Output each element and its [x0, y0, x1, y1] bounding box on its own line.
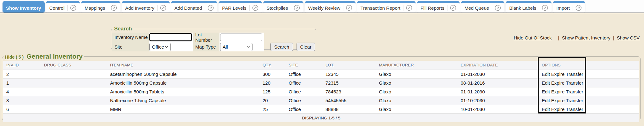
tab-label: Import [556, 5, 570, 11]
tab-fill-reports[interactable]: Fill Reports [417, 1, 460, 13]
transfer-link[interactable]: Transfer [566, 107, 583, 112]
external-link-icon [205, 5, 214, 11]
cell-lot: 784523 [322, 87, 376, 96]
external-link-icon [539, 5, 548, 11]
edit-link[interactable]: Edit [542, 89, 550, 94]
cell-site: Office [286, 87, 322, 96]
tab-add-donated[interactable]: Add Donated [171, 1, 218, 13]
tab-label: Add Donated [175, 5, 202, 11]
hide-out-of-stock-link[interactable]: Hide Out Of Stock [514, 35, 552, 40]
expire-link[interactable]: Expire [551, 89, 565, 94]
column-header-label[interactable]: MANUFACTURER [379, 63, 414, 67]
transfer-link[interactable]: Transfer [566, 80, 583, 86]
external-link-icon [573, 5, 582, 11]
tab-label: Transaction Report [360, 5, 400, 11]
cell-item-name: Amoxicillin 500mg Tablets [107, 87, 259, 96]
site-select[interactable]: Office [149, 43, 171, 51]
cell-filler [587, 96, 639, 105]
tab-stockpiles[interactable]: Stockpiles [263, 1, 303, 13]
cell-options: EditExpireTransfer [539, 87, 587, 96]
lot-number-input[interactable] [220, 34, 262, 41]
section-title: General Inventory [26, 53, 83, 60]
edit-link[interactable]: Edit [542, 107, 550, 112]
show-csv-link[interactable]: Show CSV [617, 35, 640, 40]
column-header-item-name: ITEM NAME [107, 61, 259, 70]
edit-link[interactable]: Edit [542, 98, 550, 103]
cell-qty: 120 [259, 78, 286, 87]
transfer-link[interactable]: Transfer [566, 98, 583, 103]
column-header-label[interactable]: ITEM NAME [110, 63, 133, 67]
column-header-label[interactable]: SITE [289, 63, 298, 67]
column-header-label[interactable]: INV ID [6, 63, 19, 67]
tab-med-queue[interactable]: Med Queue [461, 1, 504, 13]
tab-label: Med Queue [464, 5, 489, 11]
transfer-link[interactable]: Transfer [566, 89, 583, 94]
cell-drug-class [41, 105, 107, 113]
edit-link[interactable]: Edit [542, 80, 550, 86]
cell-lot: 54545555 [322, 96, 376, 105]
column-header-site: SITE [286, 61, 322, 70]
site-label: Site [112, 42, 149, 51]
external-link-icon [108, 5, 117, 11]
tab-par-levels[interactable]: PAR Levels [219, 1, 262, 13]
tab-label: Control [49, 5, 64, 11]
expire-link[interactable]: Expire [551, 98, 565, 103]
cell-item-name: Naltrexone 1.5mg Capsule [107, 96, 259, 105]
column-header-label[interactable]: LOT [325, 63, 334, 67]
external-link-icon [157, 5, 166, 11]
expire-link[interactable]: Expire [551, 107, 565, 112]
tab-label: Show Inventory [6, 5, 41, 11]
search-button[interactable]: Search [270, 43, 293, 51]
column-header-drug-class: DRUG CLASS [41, 61, 107, 70]
table-row: 6MMR25Office88888Glaxo10-01-2030EditExpi… [3, 105, 639, 113]
cell-manufacturer: Glaxo [376, 78, 458, 87]
tab-add-inventory[interactable]: Add Inventory [122, 1, 170, 13]
clear-button[interactable]: Clear [297, 43, 315, 51]
column-header-label: EXPIRATION DATE [461, 63, 498, 67]
inventory-page: Show InventoryControlMappingsAdd Invento… [0, 0, 644, 126]
top-navbar: Show InventoryControlMappingsAdd Invento… [0, 0, 644, 13]
table-header-row: INV IDDRUG CLASSITEM NAMEQTYSITELOTMANUF… [3, 61, 639, 70]
expire-link[interactable]: Expire [551, 80, 565, 86]
tab-weekly-review[interactable]: Weekly Review [305, 1, 356, 13]
column-header-label[interactable]: QTY [263, 63, 271, 67]
edit-link[interactable]: Edit [542, 71, 550, 77]
cell-expiration-date: 10-01-2030 [458, 105, 539, 113]
cell-manufacturer: Glaxo [376, 70, 458, 78]
hide-section-link[interactable]: Hide ( 5 ) [5, 55, 24, 60]
search-panel: Search Inventory Name Lot Number Site Of [111, 26, 316, 50]
inventory-name-input[interactable] [149, 33, 192, 41]
cell-site: Office [286, 105, 322, 113]
external-link-icon [67, 5, 76, 11]
table-row: 3Naltrexone 1.5mg Capsule20Office5454555… [3, 96, 639, 105]
site-select-value: Office [152, 44, 164, 50]
tab-control[interactable]: Control [46, 1, 80, 13]
tab-show-inventory[interactable]: Show Inventory [3, 1, 45, 13]
table-row: 4Amoxicillin 500mg Tablets125Office78452… [3, 87, 639, 96]
external-link-icon [403, 5, 412, 11]
expire-link[interactable]: Expire [551, 71, 565, 77]
cell-item-name: acetaminophen 500mg Capsule [107, 70, 259, 78]
show-patient-inventory-link[interactable]: Show Patient Inventory [562, 35, 610, 40]
tab-transaction-report[interactable]: Transaction Report [357, 1, 416, 13]
cell-expiration-date: 01-01-2030 [458, 70, 539, 78]
map-type-select[interactable]: All [220, 43, 253, 51]
cell-qty: 20 [259, 96, 286, 105]
table-row: 2acetaminophen 500mg Capsule300Office123… [3, 70, 639, 78]
tab-import[interactable]: Import [553, 1, 585, 13]
external-link-icon [447, 5, 456, 11]
tab-mappings[interactable]: Mappings [81, 1, 120, 13]
tab-blank-labels[interactable]: Blank Labels [506, 1, 552, 13]
cell-inv-id: 3 [3, 96, 41, 105]
cell-filler [587, 105, 639, 113]
cell-drug-class [41, 87, 107, 96]
tab-label: Add Inventory [125, 5, 154, 11]
column-header-options: OPTIONS [539, 61, 587, 70]
column-header-label[interactable]: DRUG CLASS [44, 63, 71, 67]
transfer-link[interactable]: Transfer [566, 71, 583, 77]
search-legend: Search [113, 26, 133, 32]
column-header-lot: LOT [322, 61, 376, 70]
external-link-icon [492, 5, 501, 11]
tab-label: Weekly Review [308, 5, 340, 11]
nav-tabs: Show InventoryControlMappingsAdd Invento… [3, 1, 585, 13]
